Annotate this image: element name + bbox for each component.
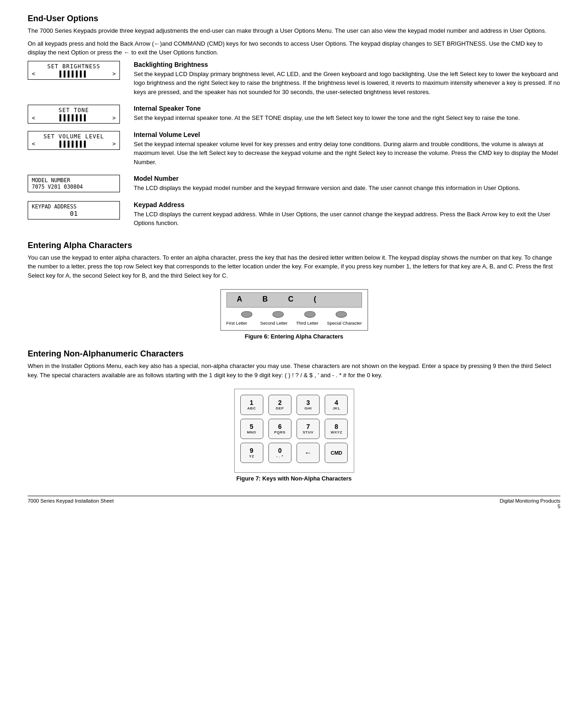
brightness-text: Set the keypad LCD Display primary brigh… — [134, 70, 560, 97]
keypad-fig-caption: Figure 7: Keys with Non-Alpha Characters — [236, 475, 351, 482]
keypad-row-2: 5 MNO 6 PQRS 7 STUV 8 WXYZ — [240, 419, 348, 439]
alpha-label-second: Second Letter — [260, 320, 287, 326]
alpha-label-special: Special Character — [327, 320, 362, 326]
select-btn-3[interactable] — [304, 311, 315, 318]
tone-display: SET TONE < ▌▌▌▌▌▌▌ > — [28, 105, 120, 124]
alpha-section: Entering Alpha Characters You can use th… — [28, 241, 560, 340]
non-alpha-title: Entering Non-Alphanumeric Characters — [28, 349, 560, 359]
address-desc: Keypad Address The LCD displays the curr… — [134, 201, 560, 231]
volume-right-arrow: > — [113, 141, 116, 147]
key-9-num: 9 — [250, 447, 254, 454]
brightness-title: SET BRIGHTNESS — [32, 63, 116, 70]
option-row-model: MODEL NUMBER 7075 V201 030804 Model Numb… — [28, 175, 560, 196]
key-1-num: 1 — [250, 399, 254, 406]
volume-title: SET VOLUME LEVEL — [32, 133, 116, 140]
volume-display: SET VOLUME LEVEL < ▌▌▌▌▌▌▌ > — [28, 131, 120, 150]
tone-text: Set the keypad internal speaker tone. At… — [134, 113, 560, 123]
key-0-num: 0 — [278, 447, 282, 454]
key-6-num: 6 — [278, 423, 282, 430]
address-label2: 01 — [32, 210, 116, 217]
key-cmd[interactable]: CMD — [325, 443, 348, 463]
address-heading: Keypad Address — [134, 201, 560, 208]
key-7[interactable]: 7 STUV — [297, 419, 320, 439]
tone-left-arrow: < — [32, 115, 35, 121]
brightness-desc: Backlighting Brightness Set the keypad L… — [134, 61, 560, 101]
volume-left-arrow: < — [32, 141, 35, 147]
alpha-char-B: B — [262, 295, 268, 303]
volume-text: Set the keypad internal speaker volume l… — [134, 140, 560, 167]
cmd-label: CMD — [331, 450, 342, 456]
key-0-letters: - . * — [276, 454, 283, 458]
footer-right: Digital Monitoring Products — [500, 498, 560, 504]
key-7-num: 7 — [306, 423, 310, 430]
tone-bars: ▌▌▌▌▌▌▌ — [59, 114, 88, 121]
intro-para-2: On all keypads press and hold the Back A… — [28, 39, 560, 57]
volume-bars: ▌▌▌▌▌▌▌ — [59, 141, 88, 148]
options-grid: SET BRIGHTNESS < ▌▌▌▌▌▌▌ > Backlighting … — [28, 61, 560, 231]
keypad-row-1: 1 ABC 2 DEF 3 GHI 4 JKL — [240, 395, 348, 415]
model-display: MODEL NUMBER 7075 V201 030804 — [28, 175, 120, 192]
address-display: KEYPAD ADDRESS 01 — [28, 201, 120, 220]
volume-heading: Internal Volume Level — [134, 131, 560, 138]
brightness-bars: ▌▌▌▌▌▌▌ — [59, 71, 88, 77]
key-5-letters: MNO — [247, 430, 256, 434]
volume-desc: Internal Volume Level Set the keypad int… — [134, 131, 560, 171]
key-2-num: 2 — [278, 399, 282, 406]
key-5[interactable]: 5 MNO — [240, 419, 263, 439]
key-4-letters: JKL — [333, 406, 340, 410]
select-btn-1[interactable] — [241, 311, 252, 318]
alpha-char-A: A — [237, 295, 243, 303]
model-text: The LCD displays the keypad model number… — [134, 184, 560, 193]
key-4-num: 4 — [335, 399, 339, 406]
footer-page: 5 — [558, 504, 560, 509]
non-alpha-section: Entering Non-Alphanumeric Characters Whe… — [28, 349, 560, 482]
key-3[interactable]: 3 GHI — [297, 395, 320, 415]
key-3-num: 3 — [306, 399, 310, 406]
key-1[interactable]: 1 ABC — [240, 395, 263, 415]
key-8-num: 8 — [335, 423, 339, 430]
alpha-display-box: A B C ( First Letter Second Letter Third… — [220, 289, 368, 331]
tone-heading: Internal Speaker Tone — [134, 105, 560, 112]
key-8-letters: WXYZ — [331, 430, 342, 434]
key-1-letters: ABC — [247, 406, 256, 410]
key-2-letters: DEF — [276, 406, 284, 410]
select-btn-4[interactable] — [336, 311, 347, 318]
address-label1: KEYPAD ADDRESS — [32, 203, 116, 210]
key-4[interactable]: 4 JKL — [325, 395, 348, 415]
alpha-char-paren: ( — [314, 295, 316, 303]
key-9-letters: YZ — [249, 454, 254, 458]
alpha-fig-caption: Figure 6: Entering Alpha Characters — [245, 333, 343, 340]
alpha-label-first: First Letter — [226, 320, 247, 326]
tone-right-arrow: > — [113, 115, 116, 121]
key-0[interactable]: 0 - . * — [268, 443, 291, 463]
brightness-left-arrow: < — [32, 71, 35, 77]
key-6-letters: PQRS — [274, 430, 285, 434]
select-btn-2[interactable] — [273, 311, 284, 318]
brightness-display: SET BRIGHTNESS < ▌▌▌▌▌▌▌ > — [28, 61, 120, 80]
option-row-brightness: SET BRIGHTNESS < ▌▌▌▌▌▌▌ > Backlighting … — [28, 61, 560, 101]
option-row-tone: SET TONE < ▌▌▌▌▌▌▌ > Internal Speaker To… — [28, 105, 560, 126]
key-2[interactable]: 2 DEF — [268, 395, 291, 415]
model-label1: MODEL NUMBER — [32, 177, 116, 184]
key-3-letters: GHI — [304, 406, 312, 410]
model-desc: Model Number The LCD displays the keypad… — [134, 175, 560, 196]
intro-para-1: The 7000 Series Keypads provide three ke… — [28, 26, 560, 36]
non-alpha-desc: When in the Installer Options Menu, each… — [28, 362, 560, 380]
alpha-title: Entering Alpha Characters — [28, 241, 560, 250]
volume-row: < ▌▌▌▌▌▌▌ > — [32, 141, 116, 148]
end-user-options-section: End-User Options The 7000 Series Keypads… — [28, 14, 560, 231]
key-5-num: 5 — [250, 423, 254, 430]
footer-divider — [28, 496, 560, 496]
key-9[interactable]: 9 YZ — [240, 443, 263, 463]
alpha-desc: You can use the keypad to enter alpha ch… — [28, 253, 560, 280]
tone-row: < ▌▌▌▌▌▌▌ > — [32, 114, 116, 121]
brightness-row: < ▌▌▌▌▌▌▌ > — [32, 71, 116, 77]
brightness-heading: Backlighting Brightness — [134, 61, 560, 68]
key-8[interactable]: 8 WXYZ — [325, 419, 348, 439]
alpha-label-third: Third Letter — [296, 320, 319, 326]
footer-left: 7000 Series Keypad Installation Sheet — [28, 498, 114, 509]
key-back[interactable]: ← — [297, 443, 320, 463]
option-row-address: KEYPAD ADDRESS 01 Keypad Address The LCD… — [28, 201, 560, 231]
key-6[interactable]: 6 PQRS — [268, 419, 291, 439]
brightness-right-arrow: > — [113, 71, 116, 77]
